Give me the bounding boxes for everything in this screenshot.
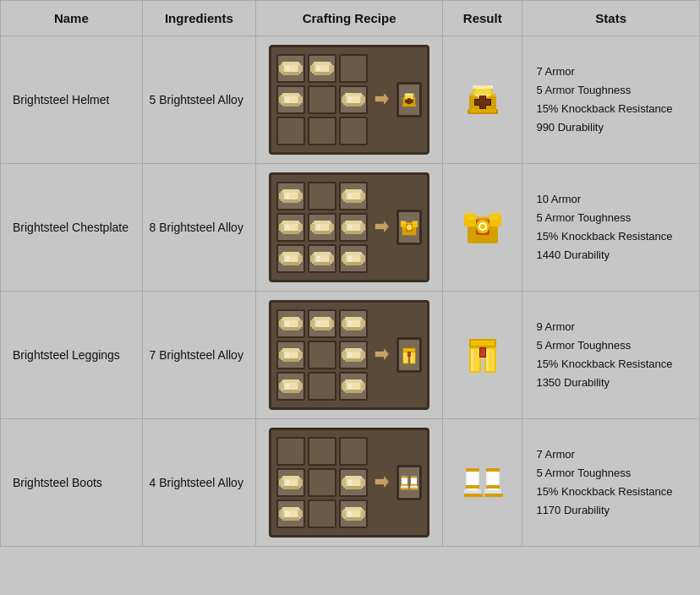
svg-rect-82 [345,231,362,234]
svg-rect-211 [345,476,362,479]
svg-rect-221 [299,510,303,517]
svg-rect-155 [282,358,299,362]
svg-rect-103 [345,262,362,265]
svg-rect-118 [402,222,417,224]
result-item [443,36,522,164]
svg-rect-1 [282,62,299,65]
stat-line: 15% Knockback Resistance [536,355,692,374]
crafting-grid [276,309,368,401]
svg-rect-93 [286,256,289,261]
svg-rect-154 [282,348,299,352]
grid-cell [308,309,336,338]
grid-cell [308,182,336,210]
svg-rect-76 [310,224,314,231]
grid-cell [339,499,368,528]
svg-rect-130 [464,213,476,216]
svg-rect-18 [299,96,303,103]
svg-rect-131 [489,213,501,216]
grid-cell [276,244,305,273]
grid-cell [276,213,305,242]
svg-rect-244 [411,484,417,486]
svg-rect-20 [286,97,289,102]
svg-rect-147 [345,317,362,320]
svg-rect-62 [342,193,345,199]
crafting-recipe [256,292,443,419]
grid-cell [339,54,368,83]
svg-rect-17 [279,96,282,103]
result-item [443,164,522,292]
grid-cell [308,437,336,466]
svg-rect-242 [411,477,417,478]
grid-cell [339,117,368,145]
svg-rect-207 [299,479,303,486]
grid-cell [308,117,336,145]
svg-rect-53 [282,189,299,193]
stat-line: 5 Armor Toughness [536,464,692,483]
svg-rect-81 [345,221,362,224]
svg-rect-184 [404,349,415,352]
svg-rect-54 [282,199,299,203]
svg-rect-256 [486,485,500,489]
item-stats: 7 Armor5 Armor Toughness15% Knockback Re… [522,419,700,547]
item-ingredients: 7 Brightsteel Alloy [142,292,255,419]
grid-cell [276,182,305,210]
svg-rect-86 [348,225,352,230]
svg-rect-56 [299,193,303,199]
svg-rect-157 [299,352,303,358]
svg-rect-58 [286,194,289,199]
item-name: Brightsteel Helmet [1,36,143,164]
svg-rect-169 [282,390,299,393]
svg-rect-129 [468,216,498,220]
svg-rect-192 [411,352,412,363]
crafting-result-cell [396,465,422,500]
svg-rect-65 [348,194,352,199]
svg-rect-63 [362,193,365,199]
svg-rect-177 [342,383,345,390]
result-item [443,292,522,419]
svg-rect-88 [282,252,299,255]
svg-rect-201 [471,349,473,371]
svg-rect-164 [362,352,365,358]
grid-cell [308,54,336,83]
svg-rect-241 [402,477,407,478]
svg-rect-152 [348,321,352,326]
svg-rect-68 [282,231,299,234]
svg-rect-166 [348,352,352,358]
svg-rect-205 [282,486,299,489]
svg-rect-51 [469,94,496,96]
svg-rect-61 [345,199,362,203]
stat-line: 1170 Durability [536,501,692,520]
svg-rect-24 [342,96,345,103]
svg-rect-204 [282,476,299,479]
svg-rect-9 [314,72,331,75]
grid-cell [308,372,336,401]
table-row: Brightsteel Helmet5 Brightsteel Alloy [1,36,700,164]
svg-rect-143 [331,320,334,327]
svg-rect-140 [314,317,331,320]
svg-rect-15 [282,93,299,96]
col-header-name: Name [1,1,143,36]
svg-rect-22 [345,93,362,96]
svg-rect-75 [314,231,331,234]
svg-rect-36 [406,100,413,102]
stat-line: 9 Armor [536,318,692,336]
crafting-recipe [256,419,443,547]
svg-rect-105 [362,255,365,262]
svg-rect-190 [408,352,411,357]
grid-cell [339,182,368,210]
svg-rect-49 [469,109,496,112]
svg-rect-168 [282,379,299,383]
svg-rect-156 [279,352,282,358]
svg-rect-4 [299,65,303,72]
svg-rect-225 [345,507,362,510]
item-ingredients: 5 Brightsteel Alloy [142,36,255,164]
svg-rect-50 [473,85,493,89]
item-name: Brightsteel Chestplate [1,164,143,292]
grid-cell [308,468,336,497]
svg-rect-10 [310,65,314,72]
svg-rect-8 [314,62,331,65]
svg-rect-135 [279,320,282,327]
grid-cell [339,85,368,114]
table-row: Brightsteel Leggings7 Brightsteel Alloy [1,292,700,419]
svg-rect-145 [317,321,320,326]
